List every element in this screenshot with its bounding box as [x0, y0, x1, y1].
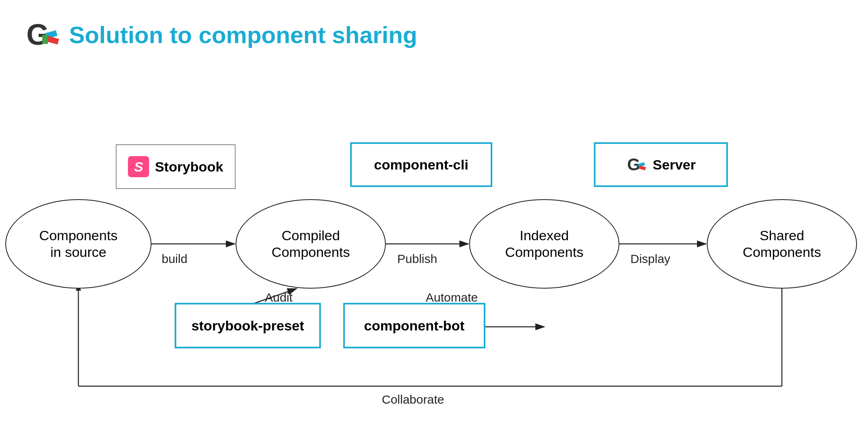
label-build: build [162, 252, 187, 266]
label-display: Display [630, 252, 670, 266]
shared-components-label: Shared Components [743, 227, 821, 261]
ellipse-indexed-components: Indexed Components [469, 199, 619, 289]
compiled-components-label: Compiled Components [272, 227, 350, 261]
page-title: Solution to component sharing [69, 21, 417, 48]
storybook-logo-icon: S [128, 156, 149, 177]
server-label: Server [653, 157, 696, 173]
diagram: Components in source Compiled Components… [0, 65, 868, 419]
box-storybook: S Storybook [116, 144, 236, 189]
storybook-label: Storybook [155, 159, 223, 175]
box-component-cli: component-cli [350, 142, 492, 187]
component-cli-label: component-cli [374, 157, 468, 173]
svg-rect-3 [42, 35, 48, 44]
header: G Solution to component sharing [0, 0, 868, 61]
ellipse-components-in-source: Components in source [5, 199, 152, 289]
brand-logo: G [24, 16, 61, 53]
label-publish: Publish [397, 252, 437, 266]
label-audit: Audit [265, 291, 292, 304]
box-storybook-preset: storybook-preset [175, 303, 321, 348]
box-component-bot: component-bot [343, 303, 485, 348]
server-logo-icon: G [626, 154, 647, 175]
label-automate: Automate [426, 291, 478, 304]
components-in-source-label: Components in source [39, 227, 118, 261]
indexed-components-label: Indexed Components [505, 227, 584, 261]
box-server: G Server [594, 142, 728, 187]
ellipse-compiled-components: Compiled Components [236, 199, 386, 289]
storybook-preset-label: storybook-preset [191, 318, 304, 334]
label-collaborate: Collaborate [382, 393, 444, 406]
ellipse-shared-components: Shared Components [707, 199, 857, 289]
component-bot-label: component-bot [364, 318, 464, 334]
